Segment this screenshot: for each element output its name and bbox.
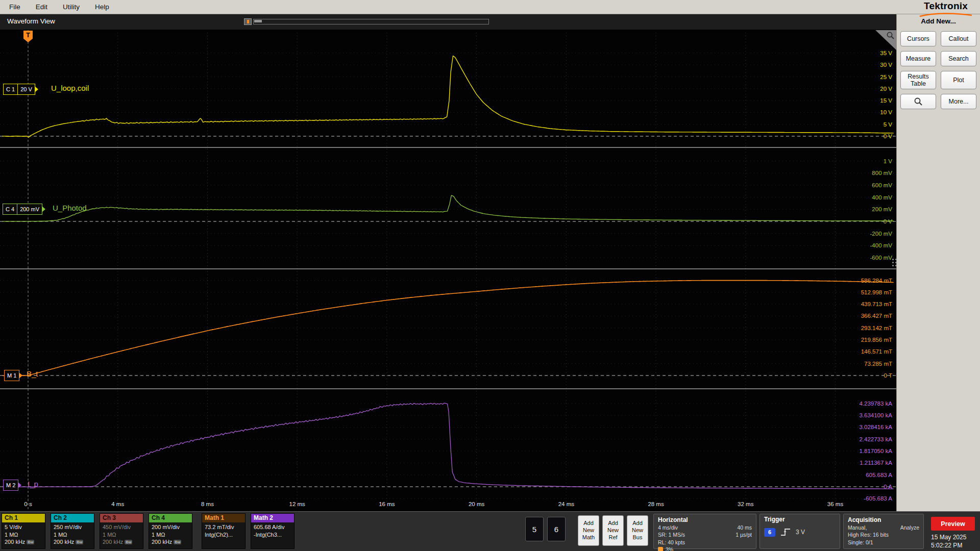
add-button-line: New (627, 527, 648, 534)
channel-badge-ch-1[interactable]: Ch 15 V/div1 MΩ200 kHzBw (2, 513, 45, 549)
sidebar-button-cursors[interactable]: Cursors (900, 31, 936, 46)
menu-item-help[interactable]: Help (90, 3, 119, 11)
magnifier-icon (914, 97, 923, 106)
pan-zoom-scrollbar[interactable] (244, 18, 489, 25)
axis-tick-label: 219.856 mT (861, 337, 892, 343)
channel-setting-line: 1 MΩ (103, 531, 140, 539)
rising-edge-icon (780, 528, 791, 537)
channel-setting-line: 250 mV/div (54, 523, 91, 531)
channel-badge-settings: 5 V/div1 MΩ200 kHzBw (2, 522, 45, 547)
trace-i_p (3, 403, 894, 489)
trace-label-b-t: B_t (27, 369, 38, 378)
sidebar-button-search[interactable]: Search (941, 51, 976, 66)
channel-badge-ch-2[interactable]: Ch 2250 mV/div1 MΩ200 kHzBw (51, 513, 94, 549)
channel-badge-math-2[interactable]: Math 2605.68 A/div-Intg(Ch3... (251, 513, 295, 549)
trigger-source-badge: 6 (764, 528, 775, 537)
sidebar-button-callout[interactable]: Callout (941, 31, 976, 46)
horizontal-panel[interactable]: Horizontal 4 ms/div 40 ms SR: 1 MS/s 1 µ… (653, 514, 756, 549)
axis-tick-label: 5 V (884, 121, 893, 128)
axis-tick-label: -400 mV (870, 242, 893, 248)
menu-bar: FileEditUtilityHelp Tektronix (0, 0, 980, 14)
acquisition-analyze: Analyze (900, 524, 919, 531)
channel-marker-label: M 1 (7, 372, 16, 379)
channel-badge-title: Ch 4 (149, 514, 192, 522)
channel-5-button[interactable]: 5 (525, 517, 544, 541)
channel-badge-settings: 250 mV/div1 MΩ200 kHzBw (51, 522, 94, 547)
horizontal-position-percent: 3% (666, 546, 673, 551)
axis-tick-label: 1 V (884, 158, 893, 164)
axis-tick-label: 73.285 mT (864, 361, 892, 367)
tektronix-logo-text: Tektronix (918, 1, 974, 11)
axis-tick-label: 146.571 mT (861, 348, 892, 355)
add-new-math-button[interactable]: AddNewMath (578, 515, 599, 546)
axis-tick-label: 439.713 mT (861, 301, 892, 307)
channel-marker-value: 200 mV (20, 206, 39, 212)
menu-items: FileEditUtilityHelp (4, 3, 119, 11)
menu-item-file[interactable]: File (4, 3, 31, 11)
record-length: RL: 40 kpts (658, 539, 685, 546)
axis-tick-label: 0 T (884, 372, 892, 379)
channel-setting-line: Intg(Ch2)... (205, 531, 242, 539)
axis-tick-label: 2.422733 kA (859, 436, 892, 442)
time-axis-label: 20 ms (469, 501, 485, 507)
trace-label-i-p: I_p (28, 480, 38, 488)
trace-u_loop_coil (3, 56, 894, 138)
menu-item-edit[interactable]: Edit (31, 3, 58, 11)
add-new-bus-button[interactable]: AddNewBus (627, 515, 648, 546)
channel-badge-ch-4[interactable]: Ch 4200 mV/div1 MΩ200 kHzBw (149, 513, 192, 549)
preview-button[interactable]: Preview (931, 517, 975, 531)
axis-tick-label: 15 V (880, 97, 892, 104)
channel-setting-line: 200 kHzBw (5, 538, 42, 546)
channel-badge-math-1[interactable]: Math 173.2 mT/divIntg(Ch2)... (202, 513, 246, 549)
channel-setting-line: -Intg(Ch3... (254, 531, 291, 539)
add-button-line: Bus (627, 534, 648, 541)
sidebar-button-zoom[interactable] (900, 94, 936, 109)
sidebar-button-plot[interactable]: Plot (941, 71, 976, 89)
sidebar-button-results-table[interactable]: Results Table (900, 71, 936, 89)
tektronix-swoosh-icon (918, 13, 974, 17)
channel-marker-m-1[interactable]: M 1 (4, 370, 19, 381)
acquisition-panel[interactable]: Acquisition Manual, Analyze High Res: 16… (843, 514, 924, 549)
pan-zoom-track[interactable] (253, 19, 489, 24)
waveform-plot[interactable]: 0 V5 V10 V15 V20 V25 V30 V35 V1 V800 mV6… (0, 30, 896, 511)
add-button-line: Add (603, 520, 623, 527)
axis-tick-label: 586.284 mT (861, 278, 892, 284)
axis-tick-label: 0 V (884, 133, 893, 139)
add-new-ref-button[interactable]: AddNewRef (602, 515, 624, 546)
channel-marker-c-1[interactable]: C 120 V (3, 84, 35, 95)
axis-tick-label: 600 mV (872, 182, 892, 188)
sidebar-button-measure[interactable]: Measure (900, 51, 936, 66)
time-axis-label: 12 ms (289, 501, 305, 507)
add-button-line: Add (578, 520, 599, 527)
horizontal-window: 40 ms (737, 524, 752, 531)
panel-drag-handle[interactable] (892, 253, 897, 272)
channel-marker-c-4[interactable]: C 4200 mV (3, 204, 42, 215)
channel-marker-label: C 4 (6, 206, 14, 212)
time-axis-label: 36 ms (827, 501, 844, 507)
waveform-canvas: 0 V5 V10 V15 V20 V25 V30 V35 V1 V800 mV6… (0, 30, 896, 511)
bandwidth-limit-icon: Bw (125, 540, 132, 544)
trigger-panel[interactable]: Trigger 6 3 V (760, 514, 840, 549)
channel-marker-label: C 1 (6, 86, 15, 92)
axis-tick-label: -200 mV (870, 231, 893, 237)
time-axis-label: 16 ms (379, 501, 395, 507)
channel-setting-line: 1 MΩ (54, 531, 91, 539)
acquisition-mode: Manual, (848, 524, 867, 531)
channel-badge-title: Math 2 (251, 514, 294, 522)
channel-marker-m-2[interactable]: M 2 (3, 480, 18, 491)
channel-badge-ch-3[interactable]: Ch 3450 mV/div1 MΩ200 kHzBw (100, 513, 143, 549)
channel-badge-row: Ch 15 V/div1 MΩ200 kHzBwCh 2250 mV/div1 … (2, 513, 295, 549)
channel-6-button[interactable]: 6 (547, 517, 566, 541)
channel-badge-title: Math 1 (202, 514, 245, 522)
sidebar-button-more[interactable]: More... (941, 94, 976, 109)
pan-zoom-grabber-icon[interactable] (244, 18, 252, 25)
trace-label-u-photod: U_Photod (53, 204, 87, 212)
channel-setting-line: 200 kHzBw (152, 538, 189, 546)
axis-tick-label: 293.142 mT (861, 325, 892, 331)
trigger-title: Trigger (764, 516, 836, 523)
menu-item-utility[interactable]: Utility (58, 3, 90, 11)
channel-badge-title: Ch 2 (51, 514, 94, 522)
acquisition-title: Acquisition (848, 516, 881, 524)
trace-label-u-loop-coil: U_loop,coil (51, 84, 89, 92)
pan-zoom-handle[interactable] (254, 20, 262, 22)
